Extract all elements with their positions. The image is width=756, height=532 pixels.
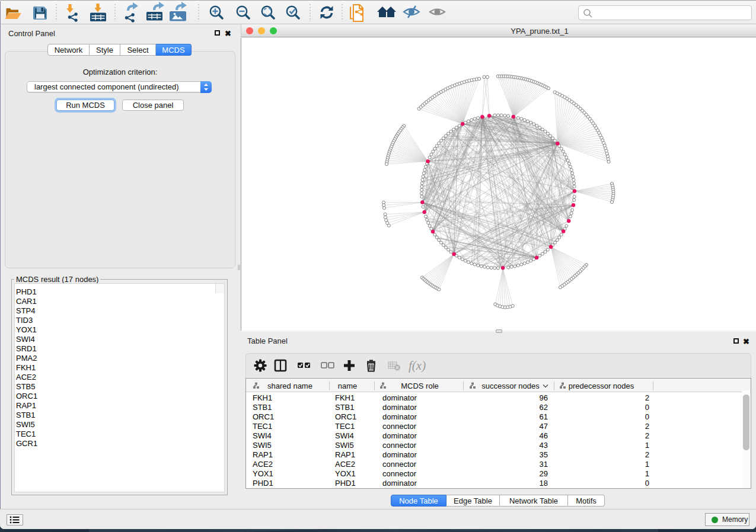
svg-text:f(x): f(x) [409, 358, 426, 373]
